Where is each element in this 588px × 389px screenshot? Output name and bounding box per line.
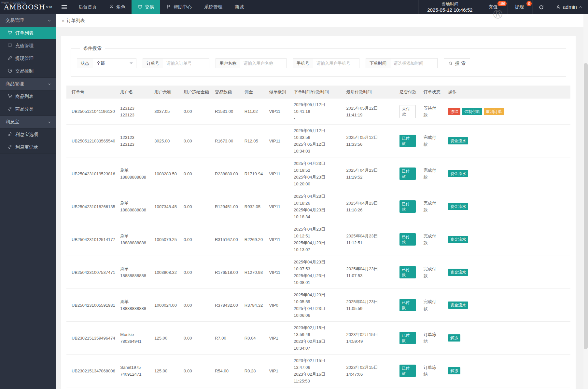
sidebar: 交易管理 订单列表 充值管理 提现管理 交易控制 商品管理 商品列表 商品分类 … [0,14,56,389]
sidebar-item-order-list[interactable]: 订单列表 [0,27,56,40]
cell-status: 完成付款 [418,190,443,223]
action-button[interactable]: 资金流水 [448,269,468,276]
sidebar-group-goods-mgmt[interactable]: 商品管理 [0,78,56,90]
cell-status: 订单冻结 [418,322,443,355]
topnav-item-help[interactable]: 帮助中心 [160,0,198,14]
cell-frozen: 0.00 [178,190,210,223]
action-button[interactable]: 资金流水 [448,302,468,309]
recharge-link[interactable]: 充值 [488,4,497,10]
column-header: 下单时间/付款时间 [288,86,341,99]
cell-user: 123123123123 [115,125,149,157]
action-button[interactable]: 解冻 [448,334,460,342]
sidebar-item-lixibao-options[interactable]: 利息宝选项 [0,128,56,141]
table-row: UB2302150511128971 Siphiwe798641183 25.0… [66,387,570,389]
cell-order-no: UB2505121041196130 [66,99,115,125]
cell-level: VIP11 [264,157,288,190]
paid-badge: 已付款 [399,332,416,344]
search-button[interactable]: 搜 索 [444,58,470,68]
cell-level: VIP0 [264,387,288,389]
order-no-filter-group: 订单号 [143,58,209,68]
page-title: 订单列表 [67,18,85,24]
cell-commission: R0.28 [239,355,264,387]
cell-frozen: 0.00 [178,125,210,157]
cell-paid: 已付款 [394,190,418,223]
cell-frozen: 0.00 [178,322,210,355]
cell-commission: R1719.94 [239,157,264,190]
phone-filter-group: 手机号 [293,58,359,68]
cell-level: VIP0 [264,289,288,322]
topnav-item-system[interactable]: 系统管理 [198,0,229,14]
cell-balance: 125.00 [149,355,178,387]
cell-actions: 解冻 [443,355,570,387]
scrollbar-thumb[interactable] [584,63,588,349]
cell-order-no: UB2302151347068006 [66,355,115,387]
sidebar-group-lixibao[interactable]: 利息宝 [0,116,56,128]
table-row: UB2504231007537471 刷单18888888888 1003808… [66,256,570,289]
sidebar-toggle-icon[interactable] [56,0,72,14]
action-button[interactable]: 冻结 [448,108,460,115]
cell-order-time: 2023年02月15日 13:59:492023年02月16日 10:34:07 [288,322,341,355]
topnav-item-mall[interactable]: 商城 [229,0,250,14]
status-filter-group: 状态 全部 [77,58,136,68]
column-header: 用户冻结金额 [178,86,210,99]
cell-commission: R3784.32 [239,289,264,322]
scales-icon [138,4,143,10]
recharge-block: 充值 186 [481,0,507,14]
phone-input[interactable] [313,58,359,68]
sidebar-item-lixibao-records[interactable]: 利息宝记录 [0,141,56,154]
user-name-filter-label: 用户名称 [216,58,240,68]
sidebar-group-trade-mgmt[interactable]: 交易管理 [0,14,56,27]
sidebar-item-recharge-mgmt[interactable]: 充值管理 [0,40,56,52]
action-button[interactable]: 资金流水 [448,170,468,177]
breadcrumb-separator: » [62,18,64,23]
status-select[interactable]: 全部 [93,58,136,68]
sidebar-item-trade-control[interactable]: 交易控制 [0,65,56,78]
topnav-item-roles[interactable]: 角色 [103,0,132,14]
cell-amount: R238880.00 [210,157,239,190]
cell-amount: R7.00 [210,322,239,355]
recharge-badge: 186 [497,1,507,6]
action-button[interactable]: 资金流水 [448,203,468,210]
sidebar-item-goods-category[interactable]: 商品分类 [0,103,56,116]
withdraw-link[interactable]: 提现 [515,4,524,10]
cell-status: 完成付款 [418,157,443,190]
cell-level: VIP11 [264,223,288,256]
link-icon [7,144,12,150]
status-select-value: 全部 [96,60,105,66]
cell-paid: 已付款 [394,157,418,190]
cell-last-pay-time: 2023年02月15日 06:11:12 [341,387,394,389]
cart-icon [7,30,12,36]
user-name-input[interactable] [240,58,287,68]
sidebar-item-goods-list[interactable]: 商品列表 [0,90,56,103]
user-menu[interactable]: admin [550,0,588,14]
action-button[interactable]: 资金流水 [448,137,468,144]
local-time-label: 当地时间 [441,1,458,7]
cell-last-pay-time: 2023年02月15日 14:59:49 [341,322,394,355]
chevron-up-icon [579,6,582,9]
order-time-filter-group: 下单时间 [366,58,438,68]
action-button[interactable]: 解冻 [448,367,460,374]
user-icon [556,5,561,9]
order-time-input[interactable] [390,58,438,68]
refresh-icon [539,5,544,10]
cell-last-pay-time: 2025年04月23日 11:12:51 [341,223,394,256]
topnav-item-home[interactable]: 后台首页 [72,0,103,14]
cell-frozen: 0.00 [178,387,210,389]
vertical-scrollbar[interactable] [583,14,588,389]
cell-last-pay-time: 2025年04月23日 11:05:59 [341,289,394,322]
action-button[interactable]: 取消订单 [484,108,504,115]
table-row: UB2302151359496474 Monkie780364941 125.0… [66,322,570,355]
action-button[interactable]: 强制付款 [462,108,482,115]
orders-table: 订单号用户名用户余额用户冻结金额交易数额佣金做单级别下单时间/付款时间最后付款时… [66,86,570,389]
action-button[interactable]: 资金流水 [448,236,468,243]
cell-frozen: 0.00 [178,99,210,125]
withdraw-badge: 0 [526,1,532,6]
sidebar-item-withdraw-mgmt[interactable]: 提现管理 [0,52,56,65]
cell-commission: R0.04 [239,322,264,355]
refresh-button[interactable] [532,0,550,14]
topnav-item-trade[interactable]: 交易 [132,0,160,14]
cell-frozen: 0.00 [178,355,210,387]
order-no-input[interactable] [163,58,209,68]
table-row: UB2302151347068006 Sanet1975740912471 12… [66,355,570,387]
topbar: www.myppp.top AMBOOSHV10 后台首页 角色 交易 帮助中心… [0,0,588,14]
